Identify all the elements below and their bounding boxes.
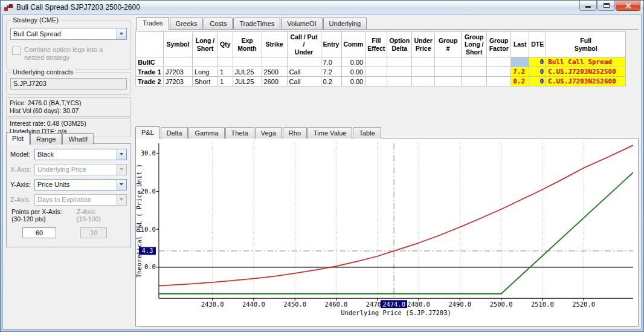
cell[interactable] [193, 57, 218, 67]
tab-vega[interactable]: Vega [255, 127, 282, 138]
cell[interactable]: Bull Call Spread [546, 57, 626, 67]
points-per-xaxis-input[interactable] [22, 227, 56, 238]
underlying-contract-field[interactable]: S.JP.J7203 [10, 78, 127, 90]
cell[interactable]: 7.2 [321, 67, 341, 77]
combine-legs-checkbox[interactable]: Combine option legs into a nested strate… [12, 46, 128, 62]
tab-rho[interactable]: Rho [283, 127, 307, 138]
tab-tradetimes[interactable]: TradeTimes [233, 18, 280, 29]
cell[interactable]: 1 [218, 77, 233, 86]
tab-trades[interactable]: Trades [137, 17, 169, 30]
maximize-button[interactable] [597, 1, 615, 11]
cell[interactable] [218, 57, 233, 67]
cell[interactable]: Long [193, 67, 218, 77]
cell[interactable]: 0.2 [321, 77, 341, 86]
tab-volumeoi[interactable]: VolumeOI [281, 18, 322, 29]
tab-costs[interactable]: Costs [204, 18, 233, 29]
y-tick-label: 30.0 [141, 149, 156, 157]
chevron-down-icon [116, 164, 126, 175]
tab-plot[interactable]: Plot [6, 132, 30, 145]
tab-greeks[interactable]: Greeks [170, 18, 203, 29]
cell[interactable]: 2500 [262, 67, 287, 77]
cell[interactable] [435, 57, 462, 67]
cell[interactable] [412, 57, 435, 67]
cell[interactable]: JUL25 [233, 77, 262, 86]
row-label[interactable]: Trade 1 [136, 67, 164, 77]
column-header [136, 32, 164, 57]
cell[interactable] [462, 67, 487, 77]
cell[interactable] [365, 77, 387, 86]
cell[interactable]: 1 [218, 67, 233, 77]
column-header: Entry [321, 32, 341, 57]
zaxis-points-input [80, 227, 107, 238]
zaxis-select-value: Days to Expiration [35, 196, 116, 203]
cell[interactable]: JUL25 [233, 67, 262, 77]
cell[interactable] [287, 57, 321, 67]
model-label: Model: [10, 151, 34, 158]
cell[interactable] [412, 67, 435, 77]
cell[interactable]: 0 [529, 67, 546, 77]
cell[interactable]: 0.00 [341, 57, 365, 67]
tab-theta[interactable]: Theta [225, 127, 254, 138]
cell[interactable] [462, 57, 487, 67]
cell[interactable]: 0.00 [341, 67, 365, 77]
cell[interactable]: Short [193, 77, 218, 86]
row-label[interactable]: Trade 2 [136, 77, 164, 86]
column-header: Fill Effect [365, 32, 387, 57]
cell[interactable]: 7.0 [321, 57, 341, 67]
cell[interactable] [435, 67, 462, 77]
cell[interactable] [365, 57, 387, 67]
cell[interactable] [233, 57, 262, 67]
cell[interactable] [387, 57, 412, 67]
cell[interactable]: C.US.J7203N252600 [546, 77, 626, 86]
minimize-button[interactable] [579, 1, 597, 11]
xaxis-label: X-Axis: [10, 166, 34, 173]
tab-underlying[interactable]: Underlying [323, 18, 367, 29]
cell[interactable] [164, 57, 193, 67]
cell[interactable]: 0 [529, 77, 546, 86]
tab-range[interactable]: Range [30, 133, 62, 145]
row-label[interactable]: BullC [136, 57, 164, 67]
cell[interactable]: 0.00 [341, 77, 365, 86]
titlebar[interactable]: Bull Call Spread SJPJ7203 2500-2600 [1, 1, 643, 14]
column-header: Strike [262, 32, 287, 57]
tab-delta[interactable]: Delta [161, 127, 188, 138]
y-tick-label: 0.0 [144, 263, 156, 270]
sidebar: Strategy (CME) Bull Call Spread Combine … [6, 16, 134, 327]
xaxis-row: X-Axis: Underlying Price [10, 163, 127, 175]
table-row: BullC7.00.000Bull Call Spread [136, 57, 626, 67]
cell[interactable]: Call [287, 77, 321, 86]
cell[interactable] [462, 77, 487, 86]
cell[interactable]: 2600 [262, 77, 287, 86]
zaxis-row: Z-Axis Days to Expiration [10, 194, 127, 206]
tab-table[interactable]: Table [353, 127, 381, 138]
cell[interactable] [387, 77, 412, 86]
strategy-group: Strategy (CME) Bull Call Spread Combine … [6, 20, 131, 70]
yaxis-select[interactable]: Price Units [34, 179, 127, 190]
cell[interactable] [365, 67, 387, 77]
cell[interactable] [487, 67, 511, 77]
cell[interactable] [435, 77, 462, 86]
tab-whatif[interactable]: WhatIf [62, 133, 94, 145]
cell[interactable]: 0 [529, 57, 546, 67]
column-header: Option Delta [387, 32, 412, 57]
cell[interactable]: 7.2 [511, 67, 529, 77]
tab-time-value[interactable]: Time Value [308, 127, 352, 138]
strategy-select[interactable]: Bull Call Spread [10, 28, 127, 40]
cell[interactable] [412, 77, 435, 86]
pnl-chart[interactable]: 2430.02440.02450.02460.02470.02480.02490… [136, 138, 638, 326]
cell[interactable]: J7203 [164, 67, 193, 77]
cell[interactable] [262, 57, 287, 67]
tab-p-l[interactable]: P&L [135, 126, 160, 139]
cell[interactable] [511, 57, 529, 67]
close-button[interactable] [616, 1, 640, 11]
cell[interactable]: C.US.J7203N252500 [546, 67, 626, 77]
cell[interactable]: 0.2 [511, 77, 529, 86]
x-tick-label: 2500.0 [490, 301, 513, 308]
tab-gamma[interactable]: Gamma [188, 127, 224, 138]
cell[interactable]: Call [287, 67, 321, 77]
cell[interactable] [487, 57, 511, 67]
cell[interactable] [387, 67, 412, 77]
cell[interactable] [487, 77, 511, 86]
model-select[interactable]: Black [34, 149, 127, 160]
cell[interactable]: J7203 [164, 77, 193, 86]
